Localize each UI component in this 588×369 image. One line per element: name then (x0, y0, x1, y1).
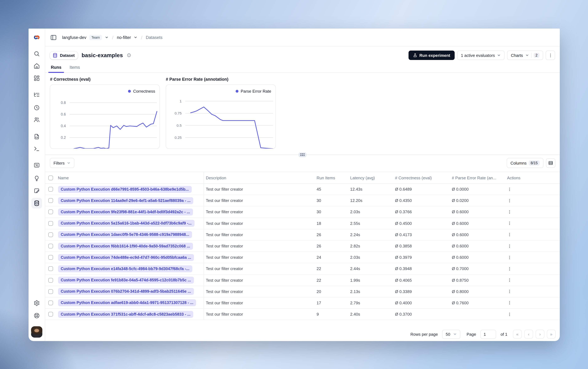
column-header-description[interactable]: Description (204, 175, 317, 180)
column-header-run-items[interactable]: Run Items (317, 175, 350, 180)
run-name-cell: Custom Python Execution 076b2704-341d-48… (56, 286, 204, 297)
sidebar-item-search[interactable] (31, 51, 42, 57)
breadcrumb-section[interactable]: Datasets (146, 35, 163, 40)
chevron-down-icon[interactable] (105, 35, 108, 39)
row-kebab-menu-button[interactable] (507, 210, 512, 214)
run-name-link[interactable]: Custom Python Execution 5a15a616-1bab-44… (58, 220, 194, 227)
run-parse-error-cell: Ø 0.0000 (452, 187, 503, 192)
row-checkbox[interactable] (48, 278, 53, 282)
row-kebab-menu-button[interactable] (507, 289, 512, 294)
sidebar-item-tracing[interactable] (31, 92, 42, 98)
next-page-button[interactable]: › (536, 330, 544, 338)
row-checkbox[interactable] (48, 289, 53, 294)
tab-items[interactable]: Items (69, 63, 80, 72)
run-actions-cell (503, 278, 556, 282)
run-actions-cell (503, 312, 556, 316)
run-name-link[interactable]: Custom Python Execution 076b2704-341d-48… (58, 288, 194, 295)
row-kebab-menu-button[interactable] (507, 312, 512, 316)
row-checkbox[interactable] (48, 244, 53, 248)
rows-per-page-select[interactable]: 50 (442, 330, 460, 339)
run-name-link[interactable]: Custom Python Execution 114aa9ef-29e6-4e… (58, 197, 193, 204)
chart-title: # Parse Error Rate (annotation) (166, 77, 275, 82)
chevron-down-icon[interactable] (134, 35, 137, 39)
row-checkbox[interactable] (48, 210, 53, 214)
run-name-link[interactable]: Custom Python Execution fe91b83e-04a5-47… (58, 277, 194, 284)
active-evaluators-button[interactable]: 1 active evaluators (457, 51, 505, 60)
chart-card: 0.250.50.751 Parse Error Rate (166, 84, 276, 149)
columns-button[interactable]: Columns 8/15 (507, 158, 543, 168)
last-page-button[interactable]: » (547, 330, 556, 338)
row-kebab-menu-button[interactable] (507, 301, 512, 305)
sidebar-item-sessions[interactable] (31, 105, 42, 111)
run-name-link[interactable]: Custom Python Execution 1daec0f9-5e78-43… (58, 231, 192, 238)
row-checkbox[interactable] (48, 221, 53, 226)
sidebar-item-home[interactable] (31, 63, 42, 69)
breadcrumb-project[interactable]: langfuse-dev (62, 35, 87, 40)
page-number-input[interactable] (480, 330, 496, 339)
row-kebab-menu-button[interactable] (507, 267, 512, 271)
sidebar-item-evaluation[interactable] (31, 162, 42, 168)
user-avatar[interactable] (31, 326, 42, 338)
run-name-cell: Custom Python Execution f6bb1614-1f90-40… (56, 241, 204, 252)
row-kebab-menu-button[interactable] (507, 221, 512, 226)
run-experiment-button[interactable]: Run experiment (408, 51, 455, 60)
filters-button[interactable]: Filters (50, 158, 74, 168)
run-parse-error-cell: Ø 0.6000 (452, 255, 503, 260)
row-checkbox[interactable] (48, 266, 53, 271)
resize-handle[interactable] (299, 152, 306, 157)
sidebar-item-datasets[interactable] (31, 198, 42, 208)
sidebar-item-playground[interactable] (31, 146, 42, 152)
first-page-button[interactable]: « (513, 330, 522, 338)
row-kebab-menu-button[interactable] (507, 187, 512, 191)
row-kebab-menu-button[interactable] (507, 198, 512, 203)
table-row: Custom Python Execution 114aa9ef-29e6-4e… (45, 195, 560, 206)
run-name-link[interactable]: Custom Python Execution 9fe23f98-881e-44… (58, 208, 193, 215)
run-name-link[interactable]: Custom Python Execution 74de488e-ec9d-47… (58, 254, 194, 261)
breadcrumb-environment[interactable]: no-filter (117, 35, 131, 40)
lifebuoy-icon (34, 312, 40, 319)
row-checkbox[interactable] (48, 198, 53, 203)
row-checkbox[interactable] (48, 187, 53, 192)
sidebar-toggle-button[interactable] (50, 34, 57, 41)
run-actions-cell (503, 198, 556, 203)
tab-runs[interactable]: Runs (50, 63, 62, 72)
row-kebab-menu-button[interactable] (507, 244, 512, 248)
langfuse-logo-icon[interactable] (33, 33, 41, 41)
select-all-checkbox[interactable] (48, 175, 53, 180)
svg-text:0.75: 0.75 (175, 111, 182, 115)
info-icon[interactable] (127, 53, 131, 57)
run-name-link[interactable]: Custom Python Execution d66e7991-8595-45… (58, 186, 192, 193)
sidebar-item-annotation[interactable] (31, 187, 42, 194)
row-checkbox[interactable] (48, 232, 53, 237)
page-title: basic-examples (82, 52, 123, 59)
row-kebab-menu-button[interactable] (507, 278, 512, 282)
row-height-button[interactable] (546, 158, 555, 168)
run-name-link[interactable]: Custom Python Execution f6bb1614-1f90-40… (58, 243, 193, 249)
row-checkbox[interactable] (48, 255, 53, 260)
legend-dot-icon (236, 90, 238, 93)
column-header-name[interactable]: Name (56, 172, 204, 183)
more-actions-button[interactable] (546, 51, 555, 60)
row-checkbox[interactable] (48, 300, 53, 305)
charts-button[interactable]: Charts 2 (507, 51, 543, 60)
clipboard-pen-icon (34, 187, 40, 194)
run-name-link[interactable]: Custom Python Execution adfae619-abb0-4d… (58, 299, 196, 306)
sidebar-item-prompts[interactable] (31, 133, 42, 140)
sidebar-item-support[interactable] (31, 312, 42, 319)
row-kebab-menu-button[interactable] (507, 255, 512, 260)
run-name-link[interactable]: Custom Python Execution e14fa348-5cfc-49… (58, 265, 192, 272)
sidebar-item-users[interactable] (31, 116, 42, 123)
column-header-parse-error-rate[interactable]: # Parse Error Rate (an... (452, 175, 503, 180)
row-checkbox[interactable] (48, 312, 53, 317)
previous-page-button[interactable]: ‹ (524, 330, 533, 338)
button-divider (531, 53, 531, 58)
sidebar-item-dashboard[interactable] (31, 75, 42, 81)
sidebar-item-settings[interactable] (31, 300, 42, 306)
header-actions: Run experiment 1 active evaluators Chart… (408, 51, 555, 60)
run-name-link[interactable]: Custom Python Execution 371f531c-abff-4d… (58, 311, 193, 318)
sidebar-item-suggestions[interactable] (31, 175, 42, 182)
column-header-correctness[interactable]: # Correctness (eval) (395, 175, 452, 180)
database-icon (52, 53, 58, 58)
column-header-latency[interactable]: Latency (avg) (350, 175, 395, 180)
row-kebab-menu-button[interactable] (507, 233, 512, 237)
